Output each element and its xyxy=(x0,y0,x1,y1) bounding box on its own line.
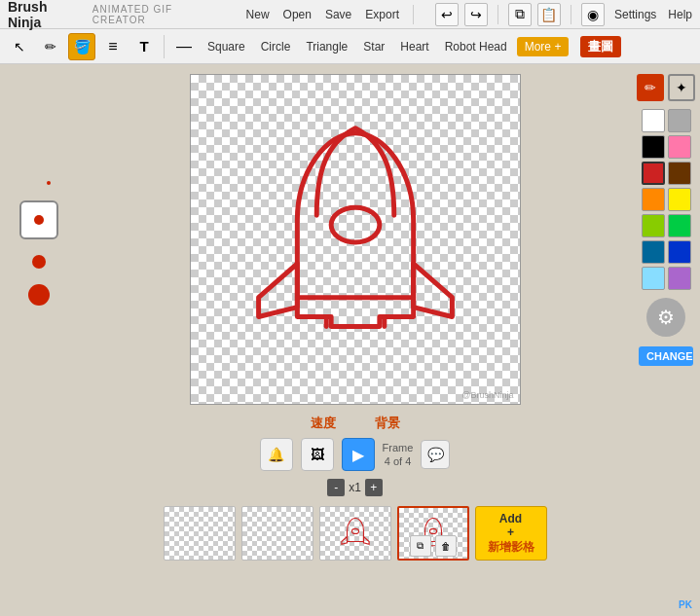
color-blue[interactable] xyxy=(668,240,691,264)
pk-badge: PK xyxy=(679,599,692,610)
canvas-area: @BrushNinja 速度 背景 🔔 🖼 ▶ Frame 4 of 4 xyxy=(78,64,632,616)
frame-thumb-1[interactable] xyxy=(164,506,236,561)
color-gray[interactable] xyxy=(668,109,691,132)
multiplier-row: - x1 + xyxy=(327,479,383,496)
frame-actions: ⧉ 🗑 xyxy=(399,535,467,557)
color-tool-row: ✏ ✦ xyxy=(637,74,695,101)
star-shape[interactable]: Star xyxy=(357,38,390,55)
color-black[interactable] xyxy=(642,135,665,159)
line-shape[interactable]: — xyxy=(170,33,198,60)
brush-dot-selected xyxy=(34,215,44,225)
svg-point-0 xyxy=(331,207,380,242)
color-purple[interactable] xyxy=(668,267,691,290)
color-settings-button[interactable]: ⚙ xyxy=(646,298,685,337)
shape-toolbar: ↖ ✏ 🪣 ≡ T — Square Circle Triangle Star … xyxy=(0,29,700,64)
frame-delete-icon[interactable]: 🗑 xyxy=(435,535,457,557)
color-teal[interactable] xyxy=(642,240,665,264)
add-plus: + xyxy=(507,525,514,539)
menu-save[interactable]: Save xyxy=(325,8,351,21)
background-button[interactable]: 🖼 xyxy=(301,438,334,471)
multiplier-plus-button[interactable]: + xyxy=(365,479,383,496)
circle-shape[interactable]: Circle xyxy=(255,38,297,55)
frame-thumb-content-2 xyxy=(242,507,313,560)
color-white[interactable] xyxy=(642,109,665,132)
brush-selected-box[interactable] xyxy=(19,200,58,239)
square-shape[interactable]: Square xyxy=(202,38,251,55)
menu-settings[interactable]: Settings xyxy=(614,8,656,21)
heart-shape[interactable]: Heart xyxy=(394,38,434,55)
text-tool[interactable]: T xyxy=(130,33,158,60)
color-red[interactable] xyxy=(642,162,665,185)
undo-button[interactable]: ↩ xyxy=(435,3,459,26)
robot-head-shape[interactable]: Robot Head xyxy=(439,38,513,55)
comment-button[interactable]: 💬 xyxy=(421,440,450,469)
copy-button[interactable]: ⧉ xyxy=(508,3,532,26)
right-menu: Settings Help xyxy=(614,8,692,21)
color-lightblue[interactable] xyxy=(642,267,665,290)
change-button[interactable]: CHANGE xyxy=(639,346,693,366)
top-bar: Brush Ninja ANIMATED GIF CREATOR New Ope… xyxy=(0,0,700,29)
color-grid xyxy=(642,109,691,290)
brush-size-large[interactable] xyxy=(28,284,50,306)
frame-thumb-2[interactable] xyxy=(241,506,313,561)
separator2 xyxy=(497,5,498,24)
svg-point-1 xyxy=(351,528,358,533)
toolbar-divider xyxy=(164,35,165,58)
drawing-badge: 畫圖 xyxy=(580,36,621,57)
bg-label: 背景 xyxy=(375,415,400,432)
drawing-canvas[interactable]: @BrushNinja xyxy=(190,74,521,405)
color-orange[interactable] xyxy=(642,188,665,211)
watermark: @BrushNinja xyxy=(461,390,513,400)
frame-current: 4 of 4 xyxy=(385,455,412,467)
color-yellow[interactable] xyxy=(668,188,691,211)
separator xyxy=(413,5,414,24)
eraser-tool[interactable]: ✦ xyxy=(668,74,695,101)
play-button[interactable]: ▶ xyxy=(342,438,375,471)
menu-new[interactable]: New xyxy=(246,8,270,21)
menu-export[interactable]: Export xyxy=(365,8,399,21)
color-brown[interactable] xyxy=(668,162,691,185)
frame-thumb-3[interactable] xyxy=(319,506,391,561)
redo-button[interactable]: ↪ xyxy=(464,3,488,26)
toolbar-icons: ↩ ↪ ⧉ 📋 ◉ xyxy=(435,3,605,26)
select-tool[interactable]: ↖ xyxy=(6,33,33,60)
svg-point-2 xyxy=(429,528,436,533)
frame-copy-icon[interactable]: ⧉ xyxy=(410,535,431,557)
playback-bar: 🔔 🖼 ▶ Frame 4 of 4 💬 xyxy=(260,438,451,471)
frame-thumb-content-3 xyxy=(320,507,390,560)
speed-label: 速度 xyxy=(311,415,336,432)
add-label: Add xyxy=(499,512,522,525)
fill-tool[interactable]: 🪣 xyxy=(68,33,95,60)
multiplier-minus-button[interactable]: - xyxy=(327,479,345,496)
frame-strip: ⧉ 🗑 Add + 新增影格 xyxy=(164,506,547,561)
brush-color-tool[interactable]: ✏ xyxy=(637,74,664,101)
multiplier-value: x1 xyxy=(349,481,361,494)
speed-control-button[interactable]: 🔔 xyxy=(260,438,293,471)
main-area: @BrushNinja 速度 背景 🔔 🖼 ▶ Frame 4 of 4 xyxy=(0,64,700,616)
frame-thumb-4[interactable]: ⧉ 🗑 xyxy=(397,506,469,561)
right-panel: ✏ ✦ ⚙ CHANGE xyxy=(632,64,700,616)
color-pink[interactable] xyxy=(668,135,691,159)
separator3 xyxy=(571,5,571,24)
color-green[interactable] xyxy=(668,214,691,237)
frame-label: Frame xyxy=(383,442,414,453)
strip-bottom-row: - x1 + xyxy=(327,477,383,496)
brush-size-medium[interactable] xyxy=(32,255,46,269)
pencil-tool[interactable]: ✏ xyxy=(37,33,64,60)
new-frame-label: 新增影格 xyxy=(488,539,534,556)
preview-button[interactable]: ◉ xyxy=(581,3,605,26)
brush-size-tiny[interactable] xyxy=(47,181,51,185)
left-panel xyxy=(0,64,78,616)
more-shapes-button[interactable]: More + xyxy=(517,37,570,56)
rocket-illustration xyxy=(191,75,520,404)
menu-help[interactable]: Help xyxy=(668,8,692,21)
lines-tool[interactable]: ≡ xyxy=(99,33,127,60)
add-frame-button[interactable]: Add + 新增影格 xyxy=(475,506,547,561)
bottom-controls: 速度 背景 🔔 🖼 ▶ Frame 4 of 4 💬 xyxy=(164,415,547,561)
color-lime[interactable] xyxy=(642,214,665,237)
paste-button[interactable]: 📋 xyxy=(537,3,561,26)
speed-bg-labels: 速度 背景 xyxy=(311,415,400,432)
app-subtitle: ANIMATED GIF CREATOR xyxy=(92,4,227,25)
menu-open[interactable]: Open xyxy=(283,8,312,21)
triangle-shape[interactable]: Triangle xyxy=(300,38,353,55)
